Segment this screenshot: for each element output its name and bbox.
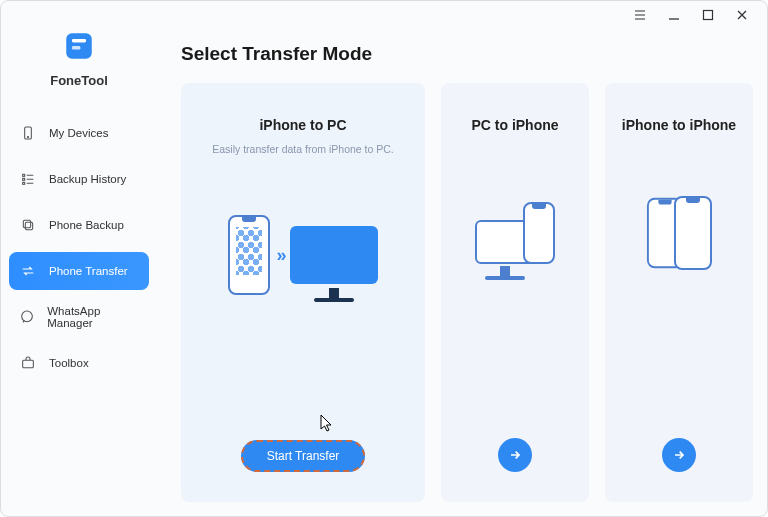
page-title: Select Transfer Mode xyxy=(181,43,753,65)
sidebar-nav: My Devices Backup History Phone Backup xyxy=(9,114,149,388)
arrow-right-icon: » xyxy=(276,245,283,266)
titlebar xyxy=(1,1,767,29)
list-icon xyxy=(19,170,37,188)
svg-point-5 xyxy=(27,136,28,137)
sidebar: FoneTool My Devices Backup History xyxy=(1,29,157,516)
content-area: FoneTool My Devices Backup History xyxy=(1,29,767,516)
copy-icon xyxy=(19,216,37,234)
minimize-button[interactable] xyxy=(667,8,681,22)
svg-rect-6 xyxy=(23,174,25,176)
svg-rect-10 xyxy=(23,220,30,227)
start-transfer-button[interactable]: Start Transfer xyxy=(241,440,366,472)
card-iphone-to-iphone[interactable]: iPhone to iPhone xyxy=(605,83,753,502)
menu-icon[interactable] xyxy=(633,8,647,22)
card-illustration: » xyxy=(193,195,413,315)
main-panel: Select Transfer Mode iPhone to PC Easily… xyxy=(157,29,767,516)
card-illustration xyxy=(617,173,741,293)
card-action xyxy=(453,438,577,472)
iphone-icon xyxy=(523,202,555,264)
phone-icon xyxy=(19,124,37,142)
monitor-icon xyxy=(290,226,378,284)
sidebar-item-toolbox[interactable]: Toolbox xyxy=(9,344,149,382)
sidebar-item-label: Phone Transfer xyxy=(49,265,128,277)
transfer-icon xyxy=(19,262,37,280)
sidebar-item-label: My Devices xyxy=(49,127,108,139)
iphone-icon xyxy=(674,196,712,270)
sidebar-item-phone-backup[interactable]: Phone Backup xyxy=(9,206,149,244)
toolbox-icon xyxy=(19,354,37,372)
svg-point-11 xyxy=(22,311,33,322)
maximize-button[interactable] xyxy=(701,8,715,22)
card-title: iPhone to PC xyxy=(259,117,346,133)
card-title: iPhone to iPhone xyxy=(622,117,736,133)
svg-rect-0 xyxy=(704,11,713,20)
svg-rect-12 xyxy=(23,360,34,367)
card-action: Start Transfer xyxy=(193,440,413,472)
go-button[interactable] xyxy=(662,438,696,472)
card-illustration xyxy=(453,173,577,293)
sidebar-item-label: Phone Backup xyxy=(49,219,124,231)
transfer-mode-cards: iPhone to PC Easily transfer data from i… xyxy=(181,83,753,502)
svg-rect-7 xyxy=(23,178,25,180)
brand: FoneTool xyxy=(9,29,149,114)
svg-rect-8 xyxy=(23,182,25,184)
sidebar-item-whatsapp-manager[interactable]: WhatsApp Manager xyxy=(9,298,149,336)
sidebar-item-label: Toolbox xyxy=(49,357,89,369)
chat-icon xyxy=(19,308,35,326)
svg-rect-9 xyxy=(25,222,32,229)
sidebar-item-label: Backup History xyxy=(49,173,126,185)
svg-rect-2 xyxy=(72,39,86,43)
card-action xyxy=(617,438,741,472)
brand-name: FoneTool xyxy=(50,73,108,88)
app-window: FoneTool My Devices Backup History xyxy=(0,0,768,517)
sidebar-item-my-devices[interactable]: My Devices xyxy=(9,114,149,152)
svg-rect-3 xyxy=(72,46,81,50)
sidebar-item-label: WhatsApp Manager xyxy=(47,305,139,329)
close-button[interactable] xyxy=(735,8,749,22)
go-button[interactable] xyxy=(498,438,532,472)
brand-logo-icon xyxy=(62,29,96,67)
card-iphone-to-pc[interactable]: iPhone to PC Easily transfer data from i… xyxy=(181,83,425,502)
iphone-icon xyxy=(228,215,270,295)
sidebar-item-backup-history[interactable]: Backup History xyxy=(9,160,149,198)
card-title: PC to iPhone xyxy=(471,117,558,133)
card-subtitle: Easily transfer data from iPhone to PC. xyxy=(212,143,394,155)
sidebar-item-phone-transfer[interactable]: Phone Transfer xyxy=(9,252,149,290)
card-pc-to-iphone[interactable]: PC to iPhone xyxy=(441,83,589,502)
